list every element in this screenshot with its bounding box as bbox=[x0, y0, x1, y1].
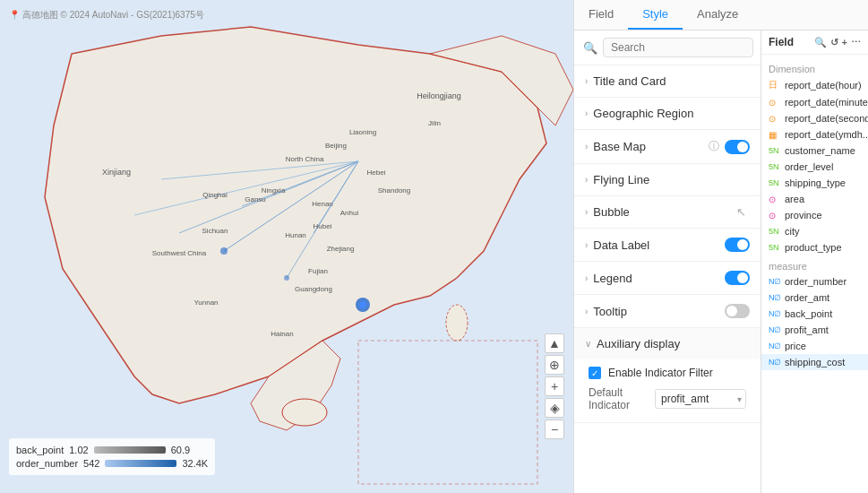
enable-indicator-checkbox[interactable] bbox=[589, 367, 601, 379]
map-svg: Xinjiang Southwest China Sichuan Yunnan … bbox=[0, 0, 573, 493]
legend-ordernumber-label: order_number bbox=[16, 458, 78, 469]
str-icon: 5N bbox=[769, 178, 781, 187]
date-icon: ▦ bbox=[769, 130, 781, 140]
field-list: Dimension 日 report_date(hour) ⊙ report_d… bbox=[761, 55, 868, 493]
legend-ordernumber-max: 32.4K bbox=[182, 458, 208, 469]
target-button[interactable]: ⊕ bbox=[545, 355, 564, 375]
svg-text:Ningxia: Ningxia bbox=[262, 186, 286, 195]
field-item-order-number[interactable]: N∅ order_number bbox=[761, 273, 868, 290]
field-item-order-level[interactable]: 5N order_level bbox=[761, 159, 868, 175]
svg-text:Beijing: Beijing bbox=[325, 142, 347, 150]
section-legend[interactable]: › Legend bbox=[574, 262, 761, 295]
field-search-icon[interactable]: 🔍 bbox=[814, 37, 827, 48]
chevron-down-icon: ∨ bbox=[585, 339, 591, 349]
measure-section-title: measure bbox=[761, 255, 868, 273]
svg-text:Yunnan: Yunnan bbox=[193, 298, 218, 307]
field-item-product-type[interactable]: 5N product_type bbox=[761, 239, 868, 255]
chevron-right-icon: › bbox=[585, 142, 588, 151]
field-item-order-amt[interactable]: N∅ order_amt bbox=[761, 290, 868, 306]
auxiliary-section: ∨ Auxiliary display Enable Indicator Fil… bbox=[574, 328, 761, 423]
svg-text:Heilongjiang: Heilongjiang bbox=[417, 91, 461, 100]
field-item-back-point[interactable]: N∅ back_point bbox=[761, 306, 868, 322]
section-flying-line[interactable]: › Flying Line bbox=[574, 164, 761, 196]
main-content: 🔍 ⋯ › Title and Card › Geographic Region… bbox=[574, 30, 868, 493]
compass-button[interactable]: ▲ bbox=[545, 333, 564, 353]
field-item-area[interactable]: ⊙ area bbox=[761, 191, 868, 207]
svg-text:Zhejiang: Zhejiang bbox=[327, 245, 355, 253]
enable-filter-row: Enable Indicator Filter bbox=[589, 367, 746, 379]
auxiliary-header[interactable]: ∨ Auxiliary display bbox=[574, 328, 761, 359]
layers-button[interactable]: ◈ bbox=[545, 398, 564, 418]
svg-text:Shandong: Shandong bbox=[378, 186, 410, 195]
section-data-label[interactable]: › Data Label bbox=[574, 229, 761, 262]
chevron-right-icon: › bbox=[585, 307, 588, 316]
tab-style[interactable]: Style bbox=[628, 0, 683, 30]
chevron-right-icon: › bbox=[585, 76, 588, 86]
section-bubble[interactable]: › Bubble ↖ bbox=[574, 196, 761, 229]
field-add-icon[interactable]: + bbox=[842, 37, 847, 48]
field-item-shipping-cost[interactable]: N∅ shipping_cost bbox=[761, 354, 868, 370]
field-label: area bbox=[785, 194, 804, 204]
field-item-province[interactable]: ⊙ province bbox=[761, 207, 868, 223]
section-base-map[interactable]: › Base Map ⓘ bbox=[574, 130, 761, 164]
field-item-city[interactable]: 5N city bbox=[761, 223, 868, 239]
section-tooltip[interactable]: › Tooltip bbox=[574, 295, 761, 328]
tooltip-toggle[interactable] bbox=[725, 304, 750, 318]
zoom-out-button[interactable]: − bbox=[545, 419, 564, 439]
field-label: order_level bbox=[785, 161, 833, 172]
svg-text:Guangdong: Guangdong bbox=[295, 285, 332, 293]
svg-point-1 bbox=[446, 305, 468, 341]
svg-point-12 bbox=[359, 301, 366, 308]
map-area[interactable]: 📍 高德地图 © 2024 AutoNavi - GS(2021)6375号 bbox=[0, 0, 573, 493]
legend-backpoint-label: back_point bbox=[16, 445, 64, 455]
field-item-report-date-second[interactable]: ⊙ report_date(second) bbox=[761, 110, 868, 126]
field-item-report-date-minute[interactable]: ⊙ report_date(minute) bbox=[761, 94, 868, 110]
num-icon: N∅ bbox=[769, 309, 781, 318]
search-input[interactable] bbox=[603, 38, 753, 57]
tab-analyze[interactable]: Analyze bbox=[683, 0, 752, 30]
info-icon: ⓘ bbox=[709, 139, 719, 154]
field-item-report-date-hour[interactable]: 日 report_date(hour) bbox=[761, 76, 868, 94]
legend-ordernumber-bar bbox=[105, 460, 176, 467]
field-item-report-date-ymdh[interactable]: ▦ report_date(ymdh... bbox=[761, 126, 868, 143]
str-icon: 5N bbox=[769, 146, 781, 155]
map-controls: ▲ ⊕ + ◈ − bbox=[545, 333, 564, 439]
svg-text:Jilin: Jilin bbox=[428, 119, 441, 127]
field-more-icon[interactable]: ⋯ bbox=[851, 37, 861, 48]
field-label: customer_name bbox=[785, 145, 855, 156]
field-label: shipping_type bbox=[785, 177, 846, 188]
style-panel: 🔍 ⋯ › Title and Card › Geographic Region… bbox=[574, 30, 761, 493]
auxiliary-content: Enable Indicator Filter Default Indicato… bbox=[574, 359, 761, 422]
default-indicator-label: Default Indicator bbox=[589, 386, 648, 411]
field-label: report_date(minute) bbox=[785, 97, 868, 108]
svg-text:Gansu: Gansu bbox=[245, 195, 266, 203]
field-refresh-icon[interactable]: ↺ bbox=[830, 37, 838, 48]
tabs: Field Style Analyze bbox=[574, 0, 868, 30]
section-title-and-card[interactable]: › Title and Card bbox=[574, 65, 761, 98]
field-item-shipping-type[interactable]: 5N shipping_type bbox=[761, 175, 868, 191]
legend-toggle[interactable] bbox=[725, 271, 750, 285]
loc-icon: ⊙ bbox=[769, 211, 781, 221]
section-geographic-region[interactable]: › Geographic Region bbox=[574, 98, 761, 130]
svg-text:Southwest China: Southwest China bbox=[152, 249, 207, 257]
chevron-right-icon: › bbox=[585, 108, 588, 118]
flying-line-label: Flying Line bbox=[593, 173, 750, 186]
field-header-icons: 🔍 ↺ + ⋯ bbox=[814, 37, 861, 48]
field-label: report_date(second) bbox=[785, 113, 868, 124]
chevron-right-icon: › bbox=[585, 240, 588, 250]
indicator-select[interactable]: profit_amt order_amt back_point price sh… bbox=[655, 389, 746, 409]
legend-ordernumber-min: 542 bbox=[83, 458, 99, 469]
base-map-toggle[interactable] bbox=[725, 140, 750, 154]
tab-field[interactable]: Field bbox=[574, 0, 628, 30]
field-item-price[interactable]: N∅ price bbox=[761, 338, 868, 354]
map-watermark: 📍 高德地图 © 2024 AutoNavi - GS(2021)6375号 bbox=[9, 9, 204, 22]
zoom-in-button[interactable]: + bbox=[545, 376, 564, 396]
field-label: product_type bbox=[785, 242, 842, 253]
indicator-row: Default Indicator profit_amt order_amt b… bbox=[589, 386, 746, 411]
field-item-customer-name[interactable]: 5N customer_name bbox=[761, 143, 868, 159]
data-label-toggle[interactable] bbox=[725, 238, 750, 252]
field-item-profit-amt[interactable]: N∅ profit_amt bbox=[761, 322, 868, 338]
num-icon: N∅ bbox=[769, 325, 781, 334]
svg-point-14 bbox=[284, 275, 289, 281]
svg-text:Sichuan: Sichuan bbox=[202, 227, 228, 235]
